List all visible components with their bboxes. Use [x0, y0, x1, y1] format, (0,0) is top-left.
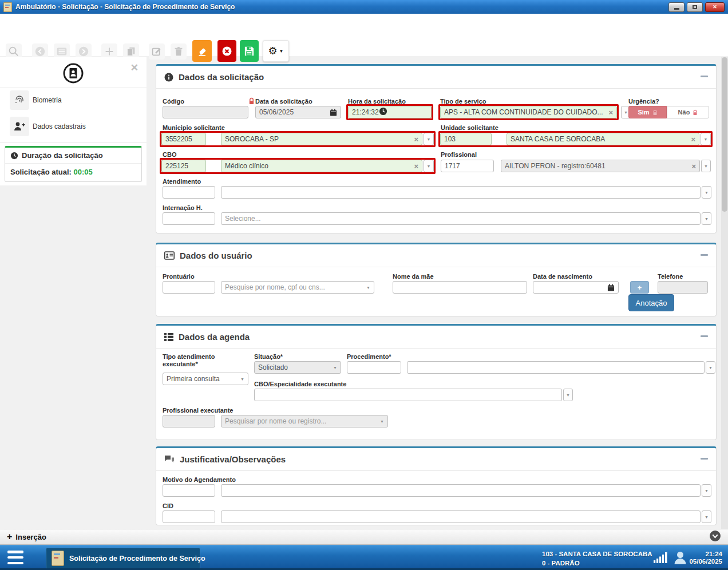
tipo-atendimento-select[interactable]: Primeira consulta ▼	[163, 373, 248, 385]
telefone-label: Telefone	[658, 273, 683, 280]
clear-icon[interactable]: ×	[687, 135, 695, 144]
user-icon[interactable]	[673, 551, 687, 567]
anotacao-button[interactable]: Anotação	[628, 294, 674, 311]
cid-select[interactable]	[221, 510, 701, 523]
procedimento-select[interactable]	[407, 361, 705, 374]
caret-down-icon[interactable]: ▼	[702, 484, 711, 497]
collapse-icon[interactable]	[701, 335, 708, 337]
atendimento-select[interactable]	[221, 186, 701, 199]
minimize-button[interactable]	[668, 2, 685, 12]
clear-icon[interactable]: ×	[410, 135, 418, 144]
menu-icon[interactable]	[7, 551, 23, 564]
cancel-button[interactable]	[217, 40, 236, 62]
scrollbar-thumb[interactable]	[722, 57, 727, 212]
situacao-select: Solicitado ▼	[254, 361, 341, 374]
unidade-code-field[interactable]: 103	[440, 133, 492, 145]
cbo-select[interactable]: Médico clínico ×	[221, 160, 422, 172]
collapse-icon[interactable]	[701, 458, 708, 460]
nome-mae-field[interactable]	[393, 281, 527, 294]
caret-down-icon[interactable]: ▼	[701, 160, 711, 172]
internacao-select[interactable]: Selecione...	[221, 212, 701, 225]
window-titlebar: Ambulatório - Solicitação - Solicitação …	[0, 0, 728, 14]
cancel-circle-icon	[220, 45, 234, 58]
edit-button[interactable]	[149, 43, 165, 60]
motivo-select[interactable]	[221, 484, 701, 497]
caret-down-icon[interactable]: ▼	[424, 160, 434, 172]
unidade-select[interactable]: SANTA CASA DE SOROCABA ×	[507, 133, 699, 145]
cbo-code-field[interactable]: 225125	[161, 160, 206, 172]
chevron-down-circle-icon[interactable]	[709, 530, 721, 544]
task-button[interactable]: Solicitação de Procedimento de Serviço	[46, 548, 200, 569]
save-button[interactable]	[240, 40, 259, 62]
clock-icon	[10, 152, 18, 160]
procedimento-code-field[interactable]	[347, 361, 401, 374]
id-card-icon	[164, 251, 175, 260]
cid-code-field[interactable]	[163, 510, 215, 523]
nascimento-field[interactable]	[533, 281, 619, 294]
settings-button[interactable]: ⚙ ▼	[263, 40, 289, 62]
caret-down-icon[interactable]: ▼	[363, 286, 370, 290]
delete-button[interactable]	[171, 43, 187, 60]
duration-current-value: 00:05	[74, 168, 93, 176]
data-solicitacao-field[interactable]: 05/06/2025	[255, 106, 341, 118]
profissional-code-field[interactable]: 1717	[441, 160, 494, 172]
tipo-atendimento-label: Tipo atendimento executante*	[163, 353, 230, 368]
clear-form-button[interactable]	[192, 40, 212, 62]
clear-icon[interactable]: ×	[410, 162, 418, 171]
internacao-code-field[interactable]	[163, 212, 215, 225]
caret-down-icon[interactable]: ▼	[702, 186, 711, 199]
sidebar-item-label: Dados cadastrais	[33, 122, 86, 130]
collapse-icon[interactable]	[701, 254, 708, 256]
add-patient-button[interactable]: +	[630, 281, 649, 294]
duration-card-title: Duração da solicitação	[22, 151, 103, 160]
clock-icon[interactable]	[379, 107, 387, 117]
motivo-code-field[interactable]	[163, 484, 215, 497]
municipio-highlight: 3552205 SOROCABA - SP × ▼	[160, 131, 436, 147]
prontuario-field[interactable]	[163, 281, 215, 294]
edit-icon	[151, 45, 163, 58]
cbo-executante-select[interactable]	[254, 389, 562, 401]
municipio-select[interactable]: SOROCABA - SP ×	[221, 133, 422, 145]
caret-down-icon[interactable]: ▼	[702, 510, 711, 523]
clock-area[interactable]: 21:24 05/06/2025	[689, 551, 722, 565]
document-icon	[52, 551, 64, 566]
motivo-label: Motivo do Agendamento	[163, 476, 236, 484]
atendimento-code-field[interactable]	[163, 186, 215, 199]
lock-icon	[693, 109, 698, 116]
section-title: Dados da solicitação	[179, 72, 264, 82]
calendar-icon[interactable]	[605, 284, 615, 291]
collapse-icon[interactable]	[701, 76, 708, 77]
patient-sidebar: ✕ Biometria Dados cadastrais Duração da …	[0, 57, 147, 185]
profissional-executante-select: Pesquisar por nome ou registro... ▼	[221, 415, 388, 428]
caret-down-icon[interactable]: ▼	[237, 377, 244, 381]
close-button[interactable]: ✕	[705, 2, 725, 12]
divider	[0, 88, 147, 88]
close-icon[interactable]: ✕	[130, 62, 139, 74]
save-icon	[243, 45, 255, 57]
current-unit[interactable]: 103 - SANTA CASA DE SOROCABA 0 - PADRÃO	[542, 549, 652, 568]
caret-down-icon[interactable]: ▼	[702, 212, 711, 225]
section-dados-solicitacao: Dados da solicitação Código Data da soli…	[156, 64, 717, 233]
caret-down-icon[interactable]: ▼	[424, 133, 434, 145]
plus-icon	[103, 45, 116, 58]
prontuario-label: Prontuário	[163, 273, 195, 280]
profissional-select: AILTON PERON - registro:60481 ×	[501, 160, 700, 172]
data-solicitacao-label: Data da solicitação	[255, 98, 312, 105]
clear-icon[interactable]: ×	[605, 108, 613, 117]
municipio-code-field[interactable]: 3552205	[161, 133, 206, 145]
clear-icon[interactable]: ×	[688, 162, 696, 171]
calendar-icon[interactable]	[327, 109, 337, 116]
caret-down-icon[interactable]: ▼	[701, 133, 711, 145]
hora-solicitacao-field[interactable]: 21:24:32	[348, 106, 432, 118]
tipo-servico-select[interactable]: APS - ALTA COM CONTINUIDADE DO CUIDADO..…	[440, 106, 617, 118]
restore-button[interactable]	[687, 2, 703, 12]
patient-search-select[interactable]: Pesquise por nome, cpf ou cns... ▼	[221, 281, 374, 294]
urgencia-label: Urgência?	[628, 98, 659, 105]
caret-down-icon[interactable]: ▼	[563, 389, 573, 401]
urgencia-sim-button[interactable]: Sim	[628, 106, 667, 118]
sidebar-item-label: Biometria	[33, 96, 62, 104]
search-icon	[7, 45, 20, 58]
person-add-icon	[10, 117, 29, 136]
urgencia-nao-button[interactable]: Não	[667, 106, 709, 118]
caret-down-icon[interactable]: ▼	[706, 361, 715, 374]
